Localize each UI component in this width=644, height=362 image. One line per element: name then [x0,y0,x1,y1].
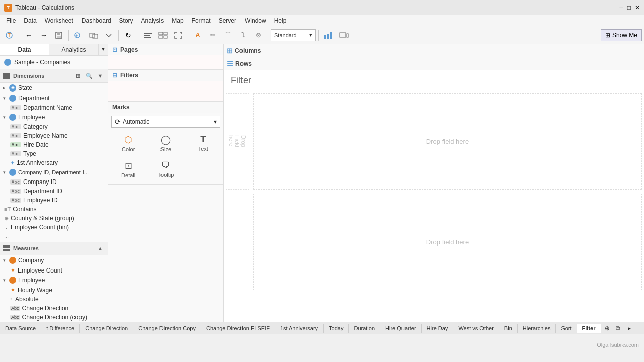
field-change-direction[interactable]: Abc Change Direction [0,304,108,313]
tab-hierarchies[interactable]: Hierarchies [518,324,556,333]
tab-sort[interactable]: Sort [556,324,577,333]
new-sheet-icon[interactable]: ⊕ [602,323,612,333]
tab-bin[interactable]: Bin [499,324,518,333]
chart-button[interactable] [321,28,336,42]
tab-options-icon[interactable]: ▸ [624,323,634,333]
tooltip-button[interactable]: ✏ [206,28,220,42]
swap-button[interactable] [87,28,101,42]
tab-t-difference[interactable]: t Difference [41,324,80,333]
field-employee-count[interactable]: ✦ Employee Count [0,265,108,275]
show-me-button[interactable]: ⊞ Show Me [601,29,642,41]
tab-change-direction-copy[interactable]: Change Direction Copy [133,324,201,333]
rows-drop-area[interactable] [267,57,641,70]
field-group-companyid-header[interactable]: ▾ Company ID, Department I... [0,167,108,177]
dim-grid-view[interactable]: ⊞ [73,71,83,80]
tab-arrow[interactable]: ▼ [99,44,108,55]
tab-change-direction-elseif[interactable]: Change Direction ELSEIF [201,324,275,333]
field-1st-anniversary[interactable]: ✦ 1st Anniversary [0,158,108,167]
close-button[interactable]: ✕ [635,5,640,11]
field-type[interactable]: Abc Type [0,149,108,158]
view-cards-button[interactable] [156,28,170,42]
field-group-employee-meas-header[interactable]: ▾ Employee [0,275,108,285]
emp-meas-label: Employee [18,277,45,284]
field-group-company-meas-header[interactable]: ▾ Company [0,255,108,265]
field-contains[interactable]: ≡T Contains [0,205,108,214]
tab-duration[interactable]: Duration [349,324,380,333]
tab-today[interactable]: Today [324,324,349,333]
meas-up[interactable]: ▲ [96,244,105,253]
minimize-button[interactable]: − [619,4,623,11]
back-button[interactable]: ← [22,28,36,42]
drop-zone-top-right[interactable]: Drop field here [253,93,642,190]
tab-west-vs-other[interactable]: West vs Other [453,324,499,333]
tab-data-source[interactable]: Data Source [0,324,41,333]
home-button[interactable]: T [2,28,16,42]
tooltip-mark-btn[interactable]: 🗨 Tooltip [148,158,183,181]
marks-type-selector[interactable]: ⟳ Automatic ▾ [111,116,220,128]
tooltip2-button[interactable]: ⌒ [221,28,235,42]
menu-worksheet[interactable]: Worksheet [41,16,77,25]
tooltip4-button[interactable]: ⊗ [251,28,265,42]
field-group-state-header[interactable]: ▸ ◉ State [0,83,108,93]
tab-hire-day[interactable]: Hire Day [422,324,454,333]
undo-button[interactable]: ↻ [121,28,135,42]
field-group-employee-dim-header[interactable]: ▾ Employee [0,112,108,122]
menu-data[interactable]: Data [20,16,40,25]
dropdown-btn[interactable] [102,28,116,42]
tab-filter[interactable]: Filter [577,324,601,333]
size-mark-btn[interactable]: ◯ Size [148,132,183,155]
field-hourly-wage[interactable]: ✦ Hourly Wage [0,285,108,295]
menu-file[interactable]: File [2,16,20,25]
drop-left-top[interactable]: DropFieldhere [226,93,249,190]
tab-data[interactable]: Data [0,44,49,55]
columns-drop-area[interactable] [267,44,641,57]
drop-zone-bottom-right[interactable]: Drop field here [253,194,642,290]
field-employee-id[interactable]: Abc Employee ID [0,196,108,205]
fit-button[interactable] [171,28,185,42]
color-icon: ⬡ [124,134,132,145]
menu-map[interactable]: Map [168,16,187,25]
datasource-name: Sample - Companies [14,59,70,66]
field-department-id[interactable]: Abc Department ID [0,187,108,196]
tab-change-direction[interactable]: Change Direction [80,324,133,333]
dim-search[interactable]: 🔍 [85,71,94,80]
menu-help[interactable]: Help [270,16,291,25]
field-employee-count-bin[interactable]: ≑ Employee Count (bin) [0,223,108,232]
maximize-button[interactable]: □ [627,5,631,11]
dim-add[interactable]: ▼ [96,71,105,80]
app-title: Tableau - Calculations [15,4,619,11]
forward-button[interactable]: → [37,28,51,42]
menu-format[interactable]: Format [188,16,215,25]
new-datasource-button[interactable]: + [71,28,86,42]
field-department-name[interactable]: Abc Department Name [0,103,108,112]
field-employee-name[interactable]: Abc Employee Name [0,131,108,140]
tooltip3-button[interactable]: ⤵ [236,28,250,42]
menu-server[interactable]: Server [215,16,240,25]
field-group-employee-meas: ▾ Employee ✦ Hourly Wage ≈ Absolute Abc … [0,275,108,322]
tab-hire-quarter[interactable]: Hire Quarter [380,324,422,333]
duplicate-sheet-icon[interactable]: ⧉ [613,323,623,333]
field-category[interactable]: Abc Category [0,122,108,131]
field-change-direction-copy[interactable]: Abc Change Direction (copy) [0,313,108,322]
field-company-id[interactable]: Abc Company ID [0,177,108,187]
menu-analysis[interactable]: Analysis [137,16,168,25]
text-mark-btn[interactable]: T Text [186,132,220,155]
tab-analytics[interactable]: Analytics [49,44,99,55]
highlighter-button[interactable]: A [191,28,205,42]
mark-type-button[interactable] [141,28,155,42]
standard-dropdown[interactable]: Standard ▾ [271,29,316,41]
device-button[interactable] [337,28,351,42]
tab-1st-anniversary[interactable]: 1st Anniversary [275,324,324,333]
data-source-item[interactable]: Sample - Companies [0,56,108,69]
save-button[interactable] [52,28,66,42]
field-absolute[interactable]: ≈ Absolute [0,295,108,304]
left-scroll[interactable]: ▸ ◉ State ▾ Department Abc Department Na… [0,83,108,322]
field-country-state[interactable]: ⊕ Country & State (group) [0,214,108,223]
color-mark-btn[interactable]: ⬡ Color [111,132,145,155]
menu-dashboard[interactable]: Dashboard [77,16,115,25]
menu-window[interactable]: Window [240,16,270,25]
field-hire-date[interactable]: Abc Hire Date [0,140,108,149]
field-group-department-header[interactable]: ▾ Department [0,93,108,103]
detail-mark-btn[interactable]: ⊡ Detail [111,158,145,181]
menu-story[interactable]: Story [115,16,137,25]
